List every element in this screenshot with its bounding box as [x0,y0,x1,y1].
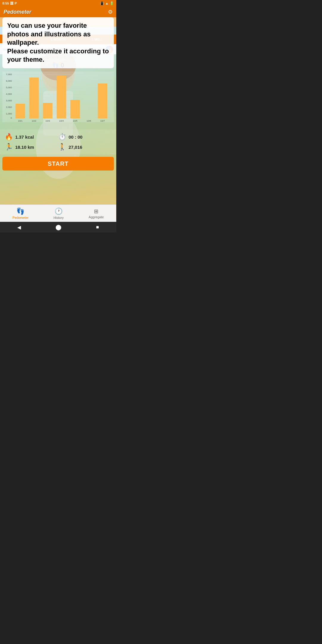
nav-pedometer[interactable]: 👣 Pedometer [13,208,29,219]
home-button[interactable]: ⬤ [55,224,61,230]
svg-text:10/4: 10/4 [59,120,64,122]
fire-icon: 🔥 [5,133,13,141]
svg-text:7,000: 7,000 [6,73,12,76]
stat-time: ⏱️ 00 : 00 [58,132,112,142]
pedometer-nav-label: Pedometer [13,216,29,219]
wallpaper-notice: You can use your favorite photos and ill… [2,17,114,68]
svg-text:10/3: 10/3 [45,120,50,122]
stat-total-steps: 🚶 27,016 [58,142,112,152]
stats-container: 🔥 1.37 kcal ⏱️ 00 : 00 🏃 18.10 km 🚶 27,0… [0,129,116,154]
aggregate-nav-label: Aggregate [89,215,104,219]
svg-text:10/6: 10/6 [86,120,91,122]
svg-text:5,000: 5,000 [6,86,12,89]
svg-text:2,000: 2,000 [6,106,12,109]
svg-text:0: 0 [11,117,12,119]
svg-text:10/2: 10/2 [32,120,36,122]
svg-text:1,000: 1,000 [6,112,12,115]
wallpaper-notice-text: You can use your favorite photos and ill… [7,21,109,64]
recents-button[interactable]: ■ [96,225,99,230]
total-steps-value: 27,016 [69,145,82,150]
calories-value: 1.37 kcal [15,134,34,140]
pedometer-nav-icon: 👣 [16,208,24,215]
status-bar: 8:55 🖼 P 📳 ▲ 🔋 [0,0,116,7]
svg-text:10/1: 10/1 [18,120,23,122]
svg-text:6,000: 6,000 [6,80,12,82]
parking-icon: P [15,1,17,5]
svg-rect-22 [16,104,25,118]
stat-distance: 🏃 18.10 km [5,142,58,152]
chart-container: 7,000 6,000 5,000 4,000 3,000 2,000 1,00… [0,70,116,129]
time-value: 00 : 00 [69,134,83,140]
app-header: Pedometer ⚙ [0,7,116,17]
svg-rect-25 [57,76,66,118]
wifi-icon: ▲ [105,1,109,5]
gallery-icon: 🖼 [10,1,13,5]
svg-text:3,000: 3,000 [6,99,12,102]
battery-icon: 🔋 [110,1,114,5]
bar-chart: 7,000 6,000 5,000 4,000 3,000 2,000 1,00… [2,72,114,122]
history-nav-label: History [53,216,64,219]
distance-value: 18.10 km [15,145,34,150]
android-nav: ◀ ⬤ ■ [0,222,116,233]
history-nav-icon: 🕐 [55,208,63,215]
status-time: 8:55 [2,1,9,5]
vibrate-icon: 📳 [100,1,104,5]
aggregate-nav-icon: ⊞ [94,208,98,215]
svg-text:10/5: 10/5 [73,120,78,122]
app-title: Pedometer [4,9,31,15]
nav-aggregate[interactable]: ⊞ Aggregate [89,208,104,219]
bottom-nav: 👣 Pedometer 🕐 History ⊞ Aggregate [0,205,116,222]
svg-text:4,000: 4,000 [6,93,12,95]
svg-rect-26 [70,100,80,118]
speedometer-icon: 🏃 [5,143,13,151]
back-button[interactable]: ◀ [17,225,21,230]
svg-text:10/7: 10/7 [100,120,105,122]
nav-history[interactable]: 🕐 History [53,208,64,219]
stat-calories: 🔥 1.37 kcal [5,132,58,142]
timer-icon: ⏱️ [58,133,66,141]
walking-icon: 🚶 [58,143,66,151]
chart-inner: 7,000 6,000 5,000 4,000 3,000 2,000 1,00… [2,72,114,122]
svg-rect-23 [29,78,39,118]
svg-rect-27 [98,83,107,118]
svg-rect-24 [43,103,52,118]
start-button[interactable]: START [2,157,114,171]
settings-icon[interactable]: ⚙ [108,9,113,15]
